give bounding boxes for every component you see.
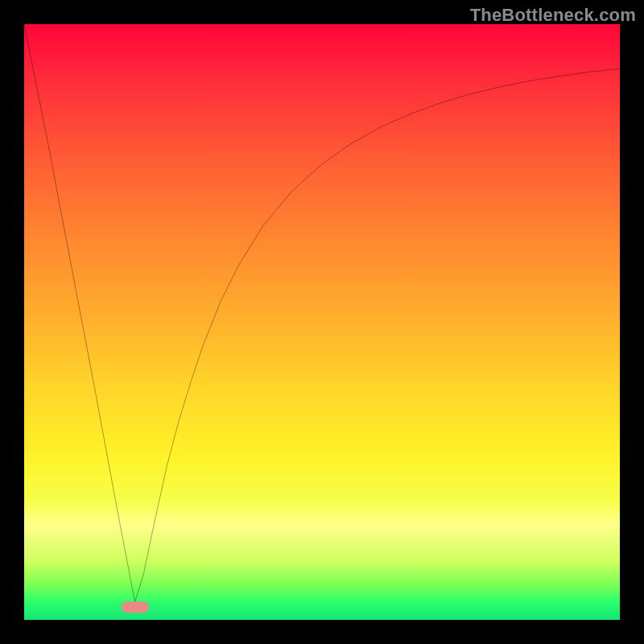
- optimal-point-marker: [122, 601, 149, 613]
- chart-frame: TheBottleneck.com: [0, 0, 644, 644]
- watermark-text: TheBottleneck.com: [470, 5, 636, 26]
- plot-area: [24, 24, 620, 620]
- bottleneck-curve: [24, 24, 620, 620]
